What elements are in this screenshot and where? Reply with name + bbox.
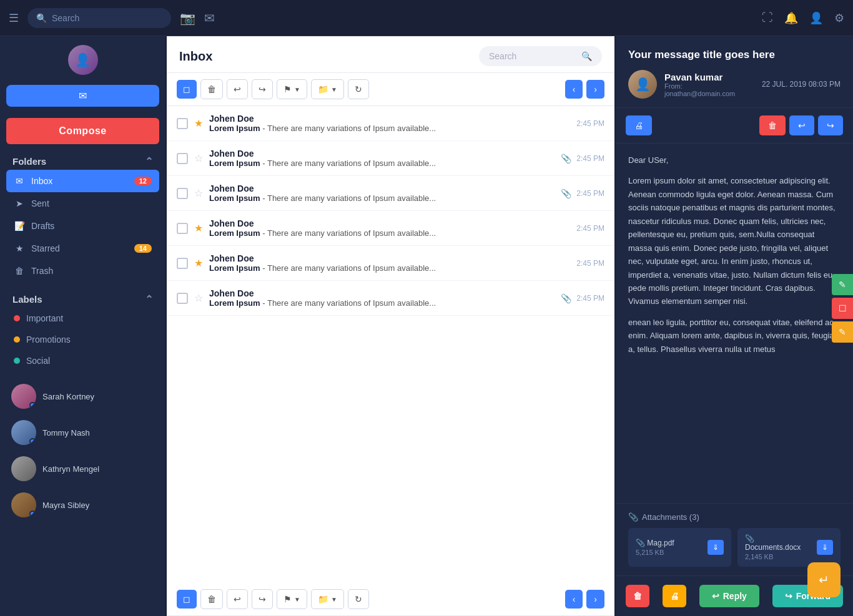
contact-tommy[interactable]: Tommy Nash	[6, 416, 159, 449]
labels-label: Labels	[12, 294, 42, 305]
table-row[interactable]: ☆ Johen Doe Lorem Ipsum - There are many…	[167, 141, 614, 176]
settings-icon[interactable]: ⚙	[834, 11, 844, 25]
next-bottom-button[interactable]: ›	[586, 590, 604, 609]
toolbar-bottom: ◻ 🗑 ↩ ↪ ⚑ ▼ 📁 ▼ ↻ ‹ ›	[167, 583, 614, 616]
contact-sarah[interactable]: Sarah Kortney	[6, 380, 159, 413]
fullscreen-icon[interactable]: ⛶	[762, 11, 773, 24]
user-icon[interactable]: 👤	[809, 11, 823, 25]
toolbar-top: ◻ 🗑 ↩ ↪ ⚑ ▼ 📁 ▼ ↻ ‹ ›	[167, 73, 614, 106]
forward-bottom-button[interactable]: ↪	[252, 589, 273, 609]
folder-trash[interactable]: 🗑 Trash	[6, 260, 159, 282]
online-indicator	[29, 402, 36, 408]
starred-icon: ★	[14, 243, 25, 253]
table-row[interactable]: ★ Johen Doe Lorem Ipsum - There are many…	[167, 246, 614, 281]
star-4[interactable]: ★	[194, 222, 203, 234]
select-all-bottom-button[interactable]: ◻	[177, 590, 197, 609]
table-row[interactable]: ★ Johen Doe Lorem Ipsum - There are many…	[167, 106, 614, 141]
label-important-text: Important	[26, 313, 63, 323]
mini-yellow-button[interactable]: ✎	[832, 321, 853, 343]
email-checkbox-1[interactable]	[177, 118, 188, 129]
folder-starred[interactable]: ★ Starred 14	[6, 237, 159, 260]
star-2[interactable]: ☆	[194, 152, 203, 164]
email-meta-2: 📎 2:45 PM	[561, 154, 604, 164]
refresh-bottom-button[interactable]: ↻	[348, 589, 369, 609]
print-button[interactable]: 🖨	[626, 115, 652, 135]
labels-collapse-icon[interactable]: ⌃	[145, 293, 153, 305]
topbar: ☰ 🔍 📷 ✉ ⛶ 🔔 👤 ⚙	[0, 0, 853, 36]
email-checkbox-5[interactable]	[177, 258, 188, 269]
sidebar-nav-mail[interactable]: ✉	[6, 85, 159, 107]
email-checkbox-3[interactable]	[177, 188, 188, 199]
download-1-button[interactable]: ⇓	[708, 540, 724, 555]
folder-inbox[interactable]: ✉ Inbox 12	[6, 170, 159, 192]
reply-button[interactable]: ↩ Reply	[699, 585, 759, 607]
right-panel: Your message title goes here 👤 Pavan kum…	[616, 36, 853, 616]
contact-kathryn-avatar	[11, 456, 36, 481]
email-checkbox-2[interactable]	[177, 153, 188, 164]
attach-icon-6: 📎	[561, 293, 571, 303]
delete-message-button[interactable]: 🗑	[759, 115, 786, 135]
forward-message-button[interactable]: ↪	[818, 115, 843, 135]
download-2-button[interactable]: ⇓	[817, 540, 833, 555]
bell-icon[interactable]: 🔔	[784, 11, 798, 25]
star-3[interactable]: ☆	[194, 187, 203, 199]
mail-icon[interactable]: ✉	[204, 11, 215, 26]
toolbar-right: ‹ ›	[565, 80, 604, 99]
forward-toolbar-button[interactable]: ↪	[252, 79, 273, 99]
label-important[interactable]: Important	[6, 308, 159, 329]
flag-bottom-button[interactable]: ⚑ ▼	[277, 589, 307, 609]
prev-bottom-button[interactable]: ‹	[565, 590, 583, 609]
star-6[interactable]: ☆	[194, 292, 203, 304]
flag-toolbar-button[interactable]: ⚑ ▼	[277, 79, 307, 99]
main-layout: 👤 ✉ Compose Folders ⌃ ✉ Inbox 12 ➤ Sent …	[0, 36, 853, 616]
refresh-toolbar-button[interactable]: ↻	[348, 79, 369, 99]
delete-bottom-button[interactable]: 🗑	[200, 589, 223, 609]
star-1[interactable]: ★	[194, 117, 203, 129]
mini-red-button[interactable]: ☐	[832, 298, 853, 319]
labels-header: Labels ⌃	[6, 288, 159, 308]
folders-collapse-icon[interactable]: ⌃	[145, 155, 153, 167]
contact-kathryn[interactable]: Kathryn Mengel	[6, 452, 159, 485]
message-body-2: enean leo ligula, porttitor eu, consequa…	[628, 316, 841, 356]
message-body: Dear USer, Lorem ipsum dolor sit amet, c…	[616, 144, 853, 503]
user-avatar[interactable]: 👤	[68, 45, 98, 75]
email-subject-2: Lorem Ipsum - There are many variations …	[209, 159, 555, 168]
email-content-6: Johen Doe Lorem Ipsum - There are many v…	[209, 288, 555, 308]
email-sender-1: Johen Doe	[209, 114, 570, 124]
folder-toolbar-button[interactable]: 📁 ▼	[311, 79, 344, 99]
attachments-title-text: Attachments (3)	[642, 512, 699, 522]
attachment-2: 📎 Documents.docx 2,145 KB ⇓	[737, 528, 841, 567]
next-page-button[interactable]: ›	[586, 80, 604, 99]
reply-message-button[interactable]: ↩	[789, 115, 814, 135]
table-row[interactable]: ☆ Johen Doe Lorem Ipsum - There are many…	[167, 281, 614, 316]
inbox-search-input[interactable]	[489, 51, 576, 61]
contact-mayra-avatar	[11, 492, 36, 517]
mini-green-button[interactable]: ✎	[832, 274, 853, 295]
labels-section: Labels ⌃ Important Promotions Social	[6, 288, 159, 371]
folder-sent[interactable]: ➤ Sent	[6, 192, 159, 215]
email-checkbox-4[interactable]	[177, 223, 188, 234]
floating-action-button[interactable]: ↵	[807, 562, 841, 597]
reply-bottom-button[interactable]: ↩	[227, 589, 248, 609]
prev-page-button[interactable]: ‹	[565, 80, 583, 99]
star-5[interactable]: ★	[194, 257, 203, 269]
reply-toolbar-button[interactable]: ↩	[227, 79, 248, 99]
print-reply-button[interactable]: 🖨	[663, 585, 686, 607]
compose-button[interactable]: Compose	[6, 118, 159, 144]
menu-icon[interactable]: ☰	[9, 11, 19, 25]
delete-reply-button[interactable]: 🗑	[626, 585, 649, 607]
email-list: ★ Johen Doe Lorem Ipsum - There are many…	[167, 106, 614, 583]
folder-drafts[interactable]: 📝 Drafts	[6, 215, 159, 237]
topbar-search-input[interactable]	[52, 13, 152, 23]
camera-icon[interactable]: 📷	[180, 11, 195, 26]
folder-bottom-button[interactable]: 📁 ▼	[311, 589, 344, 609]
label-promotions[interactable]: Promotions	[6, 329, 159, 350]
inbox-search-icon: 🔍	[581, 51, 592, 61]
contact-mayra[interactable]: Mayra Sibley	[6, 489, 159, 521]
select-all-button[interactable]: ◻	[177, 80, 197, 99]
table-row[interactable]: ★ Johen Doe Lorem Ipsum - There are many…	[167, 211, 614, 246]
delete-toolbar-button[interactable]: 🗑	[200, 79, 223, 99]
table-row[interactable]: ☆ Johen Doe Lorem Ipsum - There are many…	[167, 176, 614, 211]
email-checkbox-6[interactable]	[177, 293, 188, 304]
label-social[interactable]: Social	[6, 350, 159, 371]
